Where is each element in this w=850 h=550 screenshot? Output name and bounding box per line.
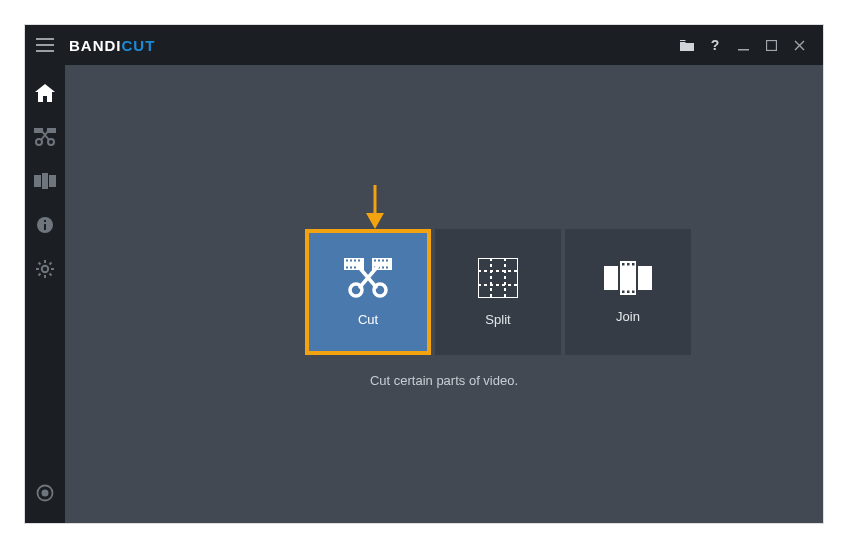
svg-rect-23	[350, 259, 352, 261]
tile-cut-label: Cut	[358, 312, 378, 327]
info-icon	[36, 216, 54, 234]
app-body: Cut Split	[25, 65, 823, 523]
svg-rect-49	[627, 263, 630, 266]
svg-rect-50	[632, 263, 635, 266]
svg-rect-48	[622, 263, 625, 266]
close-icon	[794, 40, 805, 51]
svg-rect-53	[632, 290, 635, 293]
svg-rect-27	[350, 266, 352, 268]
app-window: BANDICUT ?	[24, 24, 824, 524]
svg-rect-31	[378, 259, 380, 261]
svg-rect-37	[386, 266, 388, 268]
svg-rect-46	[638, 266, 652, 290]
svg-rect-11	[42, 173, 48, 189]
highlight-arrow-icon	[366, 185, 384, 229]
sidebar-item-join[interactable]	[25, 159, 65, 203]
tile-join-label: Join	[616, 309, 640, 324]
svg-point-15	[42, 266, 48, 272]
svg-rect-14	[44, 220, 46, 222]
svg-rect-13	[44, 224, 46, 230]
svg-rect-36	[382, 266, 384, 268]
svg-marker-19	[366, 213, 384, 229]
svg-rect-26	[346, 266, 348, 268]
record-icon	[36, 484, 54, 502]
join-film-icon	[34, 173, 56, 189]
tile-split-label: Split	[485, 312, 510, 327]
titlebar: BANDICUT ?	[25, 25, 823, 65]
help-button[interactable]: ?	[701, 25, 729, 65]
maximize-icon	[766, 40, 777, 51]
svg-rect-47	[620, 261, 636, 295]
action-tiles: Cut Split	[305, 229, 691, 355]
sidebar-item-info[interactable]	[25, 203, 65, 247]
open-file-button[interactable]	[673, 25, 701, 65]
maximize-button[interactable]	[757, 25, 785, 65]
sidebar-item-cut[interactable]	[25, 115, 65, 159]
svg-rect-2	[36, 50, 54, 52]
svg-rect-30	[374, 259, 376, 261]
split-icon	[478, 258, 518, 298]
svg-rect-25	[358, 259, 360, 261]
svg-rect-33	[386, 259, 388, 261]
svg-rect-45	[604, 266, 618, 290]
svg-rect-28	[354, 266, 356, 268]
svg-rect-10	[49, 175, 56, 187]
svg-rect-9	[34, 175, 41, 187]
svg-point-17	[42, 490, 49, 497]
join-icon	[604, 261, 652, 295]
sidebar-item-record[interactable]	[25, 471, 65, 515]
app-logo: BANDICUT	[69, 37, 155, 54]
tile-cut[interactable]: Cut	[305, 229, 431, 355]
tile-description: Cut certain parts of video.	[65, 373, 823, 388]
close-button[interactable]	[785, 25, 813, 65]
svg-rect-51	[622, 290, 625, 293]
folder-icon	[680, 40, 694, 51]
logo-part1: BANDI	[69, 37, 122, 54]
sidebar	[25, 65, 65, 523]
minimize-button[interactable]	[729, 25, 757, 65]
tile-join[interactable]: Join	[565, 229, 691, 355]
svg-rect-24	[354, 259, 356, 261]
sidebar-item-settings[interactable]	[25, 247, 65, 291]
sidebar-item-home[interactable]	[25, 71, 65, 115]
hamburger-icon	[36, 38, 54, 52]
main-area: Cut Split	[65, 65, 823, 523]
menu-button[interactable]	[25, 25, 65, 65]
gear-icon	[36, 260, 54, 278]
svg-rect-22	[346, 259, 348, 261]
logo-part2: CUT	[122, 37, 156, 54]
svg-rect-52	[627, 290, 630, 293]
scissors-film-icon	[34, 128, 56, 146]
tile-split[interactable]: Split	[435, 229, 561, 355]
svg-rect-0	[36, 38, 54, 40]
cut-icon	[344, 258, 392, 298]
svg-rect-40	[478, 258, 518, 298]
help-icon: ?	[711, 37, 720, 53]
home-icon	[35, 84, 55, 102]
svg-rect-3	[738, 49, 749, 51]
svg-rect-4	[766, 40, 776, 50]
svg-rect-32	[382, 259, 384, 261]
minimize-icon	[738, 40, 749, 51]
svg-rect-1	[36, 44, 54, 46]
